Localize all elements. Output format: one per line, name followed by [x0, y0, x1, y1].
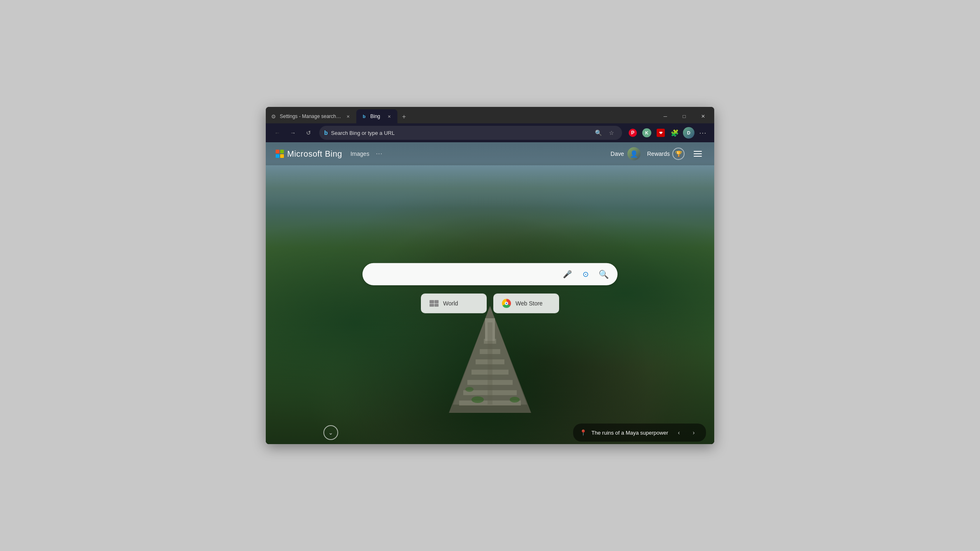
pinterest-toolbar-icon[interactable]: P: [626, 126, 639, 139]
logo-square-blue: [276, 154, 279, 158]
search-button[interactable]: 🔍: [596, 267, 611, 282]
bing-search-input[interactable]: [369, 271, 557, 278]
hamburger-line-1: [694, 151, 702, 152]
tabs-area: ⚙ Settings - Manage search engine ✕ b Bi…: [266, 109, 654, 123]
user-name: Dave: [611, 150, 624, 157]
refresh-button[interactable]: ↺: [302, 126, 315, 139]
search-icon: 🔍: [599, 269, 609, 279]
search-area: 🎤 ⊙ 🔍: [362, 263, 618, 313]
red-toolbar-icon[interactable]: ❤: [654, 126, 667, 139]
close-button[interactable]: ✕: [694, 110, 713, 123]
world-label: World: [443, 300, 458, 307]
nav-bar: ← → ↺ b 🔍 ☆ P K ❤ 🧩: [266, 123, 714, 142]
search-address-icon[interactable]: 🔍: [592, 127, 604, 139]
world-icon: [429, 299, 439, 308]
quick-link-webstore[interactable]: Web Store: [493, 294, 559, 313]
microphone-button[interactable]: 🎤: [560, 267, 575, 282]
profile-letter-icon: K: [642, 128, 651, 137]
more-menu-button[interactable]: ⋯: [696, 126, 709, 139]
back-button[interactable]: ←: [271, 126, 284, 139]
favorites-icon[interactable]: ☆: [606, 127, 617, 139]
tab-settings[interactable]: ⚙ Settings - Manage search engine ✕: [266, 109, 356, 123]
user-avatar-button[interactable]: D: [682, 126, 695, 139]
profile-toolbar-button[interactable]: K: [640, 126, 653, 139]
bing-header-right: Dave 👤 Rewards 🏆: [611, 147, 704, 160]
scroll-down-icon: ⌄: [328, 429, 333, 436]
search-box[interactable]: 🎤 ⊙ 🔍: [362, 263, 618, 285]
pinterest-icon: P: [629, 129, 637, 137]
quick-links: World Web Store: [421, 294, 559, 313]
caption-next-button[interactable]: ›: [688, 427, 699, 438]
bing-nav: Images ···: [351, 149, 383, 159]
bing-logo[interactable]: Microsoft Bing: [276, 149, 342, 159]
tab-bing[interactable]: b Bing ✕: [356, 109, 397, 123]
maximize-button[interactable]: □: [675, 110, 694, 123]
rewards-button[interactable]: Rewards 🏆: [647, 148, 685, 160]
chrome-inner-circle: [505, 302, 508, 305]
scroll-down-button[interactable]: ⌄: [323, 425, 338, 440]
user-avatar-bing: 👤: [627, 147, 641, 160]
caption-area: 📍 The ruins of a Maya superpower ‹ ›: [573, 424, 706, 442]
refresh-icon: ↺: [306, 130, 311, 136]
extensions-icon: 🧩: [671, 129, 679, 137]
title-bar: ⚙ Settings - Manage search engine ✕ b Bi…: [266, 107, 714, 123]
microphone-icon: 🎤: [563, 270, 572, 279]
bottom-bar: ⌄ 📍 The ruins of a Maya superpower ‹ ›: [266, 421, 714, 444]
bing-tab-close[interactable]: ✕: [386, 113, 392, 120]
bing-tab-icon: b: [361, 113, 367, 119]
caption-text: The ruins of a Maya superpower: [592, 430, 668, 436]
toolbar-icons: P K ❤ 🧩 D ⋯: [626, 126, 709, 139]
new-tab-button[interactable]: +: [397, 110, 411, 123]
webstore-label: Web Store: [516, 300, 543, 307]
logo-square-yellow: [280, 154, 284, 158]
settings-tab-close[interactable]: ✕: [345, 113, 351, 120]
minimize-button[interactable]: ─: [656, 110, 675, 123]
bing-logo-small-icon: b: [324, 130, 328, 136]
address-icons: 🔍 ☆: [592, 127, 617, 139]
window-controls: ─ □ ✕: [654, 109, 714, 123]
rewards-label: Rewards: [647, 150, 670, 157]
bing-header: Microsoft Bing Images ··· Dave 👤 Rewards…: [266, 142, 714, 165]
quick-link-world[interactable]: World: [421, 294, 487, 313]
user-avatar: D: [683, 127, 694, 139]
visual-search-button[interactable]: ⊙: [578, 267, 593, 282]
back-icon: ←: [274, 130, 280, 136]
hamburger-line-2: [694, 153, 702, 154]
forward-button[interactable]: →: [286, 126, 300, 139]
address-bar[interactable]: b 🔍 ☆: [319, 126, 622, 140]
bing-logo-text: Microsoft Bing: [287, 149, 342, 159]
settings-tab-icon: ⚙: [271, 113, 276, 119]
hamburger-menu[interactable]: [691, 148, 704, 159]
red-icon: ❤: [657, 129, 665, 137]
chrome-icon-wrapper: [502, 299, 511, 308]
browser-window: ⚙ Settings - Manage search engine ✕ b Bi…: [266, 107, 714, 444]
bing-favicon: b: [361, 113, 367, 119]
logo-square-red: [276, 150, 279, 153]
location-icon: 📍: [580, 429, 587, 436]
user-menu[interactable]: Dave 👤: [611, 147, 641, 160]
forward-icon: →: [290, 130, 296, 136]
visual-search-icon: ⊙: [583, 270, 589, 279]
extensions-button[interactable]: 🧩: [668, 126, 681, 139]
chrome-icon: [502, 299, 511, 308]
rewards-icon: 🏆: [672, 148, 685, 160]
logo-square-green: [280, 150, 284, 153]
microsoft-logo-squares: [276, 150, 284, 158]
bing-nav-images[interactable]: Images: [351, 149, 369, 159]
caption-nav: ‹ ›: [673, 427, 699, 438]
bing-nav-more[interactable]: ···: [376, 150, 383, 157]
more-menu-icon: ⋯: [699, 128, 707, 137]
caption-prev-button[interactable]: ‹: [673, 427, 685, 438]
settings-tab-title: Settings - Manage search engine: [280, 113, 341, 119]
address-input[interactable]: [331, 130, 589, 136]
bing-tab-title: Bing: [370, 113, 383, 119]
hamburger-line-3: [694, 156, 702, 157]
page-content: Microsoft Bing Images ··· Dave 👤 Rewards…: [266, 142, 714, 444]
